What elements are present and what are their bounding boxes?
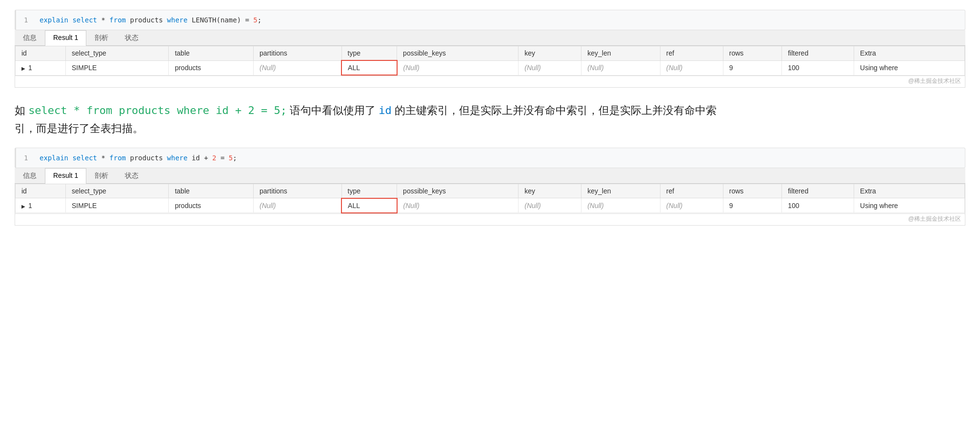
tab-analyze-2[interactable]: 剖析 [86,168,117,183]
code-text-1: explain select * from products where LEN… [40,16,261,24]
value-5-1: 5 [253,16,257,24]
th-filtered-1: filtered [782,46,854,61]
th-key-len-1: key_len [581,46,660,61]
th-type-2: type [341,184,397,198]
td-table-val-2: products [169,198,254,213]
th-rows-2: rows [723,184,781,198]
code-block-2: 1 explain select * from products where i… [15,148,965,168]
para-prefix: 如 [15,104,28,116]
th-select-type-2: select_type [66,184,169,198]
td-filtered-val-2: 100 [782,198,854,213]
code-star: * [97,16,109,24]
th-type-1: type [341,46,397,61]
td-type-val-2: ALL [341,198,397,213]
result-table-1: id select_type table partitions type pos… [15,46,965,76]
result-table-2: id select_type table partitions type pos… [15,184,965,213]
result-table-wrap-1: id select_type table partitions type pos… [15,46,965,76]
table-name-2: products [126,154,167,162]
th-table-2: table [169,184,254,198]
td-rows-val-1: 9 [723,60,781,75]
table-row-2: ▶ 1 SIMPLE products (Null) ALL (Null) (N… [16,198,965,213]
td-select-type-val-2: SIMPLE [66,198,169,213]
th-id-2: id [16,184,66,198]
code-line-1: 1 explain select * from products where L… [24,16,957,24]
td-possible-keys-val-2: (Null) [397,198,519,213]
td-key-len-val-1: (Null) [581,60,660,75]
para-code-1: select * from products where id + 2 = 5; [28,104,287,116]
table-header-row-1: id select_type table partitions type pos… [16,46,965,61]
para-code-2: id [379,104,392,116]
th-ref-1: ref [660,46,723,61]
tab-status-1[interactable]: 状态 [117,30,147,45]
tab-info-2[interactable]: 信息 [15,168,45,183]
code-star-2: * [97,154,109,162]
td-filtered-val-1: 100 [782,60,854,75]
td-key-val-1: (Null) [519,60,581,75]
td-possible-keys-val-1: (Null) [397,60,519,75]
keyword-select-2: select [72,154,97,162]
tabs-1: 信息 Result 1 剖析 状态 [15,30,965,46]
table-name-1: products [126,16,167,24]
tab-result1-1[interactable]: Result 1 [45,30,86,46]
tab-status-2[interactable]: 状态 [117,168,147,183]
td-arrow-1: ▶ 1 [16,60,66,75]
th-filtered-2: filtered [782,184,854,198]
code-block-1: 1 explain select * from products where L… [15,10,965,30]
value-2: 2 [212,154,216,162]
th-possible-keys-1: possible_keys [397,46,519,61]
th-id-1: id [16,46,66,61]
para-middle: 语句中看似使用了 [287,104,379,116]
watermark-1: @稀土掘金技术社区 [15,76,965,88]
td-arrow-2: ▶ 1 [16,198,66,213]
keyword-select: select [72,16,97,24]
th-rows-1: rows [723,46,781,61]
condition-1: LENGTH(name) = [187,16,253,24]
keyword-from: from [109,16,126,24]
td-type-val-1: ALL [341,60,397,75]
th-key-len-2: key_len [581,184,660,198]
table-row-1: ▶ 1 SIMPLE products (Null) ALL (Null) (N… [16,60,965,75]
keyword-from-2: from [109,154,126,162]
semicolon-1: ; [258,16,261,24]
watermark-2: @稀土掘金技术社区 [15,214,965,226]
th-partitions-1: partitions [254,46,342,61]
td-ref-val-2: (Null) [660,198,723,213]
th-ref-2: ref [660,184,723,198]
tabs-2: 信息 Result 1 剖析 状态 [15,168,965,184]
td-extra-val-1: Using where [854,60,965,75]
tab-result1-2[interactable]: Result 1 [45,168,86,184]
td-key-len-val-2: (Null) [581,198,660,213]
keyword-where-2: where [167,154,187,162]
value-5-2: 5 [229,154,233,162]
tab-info-1[interactable]: 信息 [15,30,45,45]
td-table-val-1: products [169,60,254,75]
line-number-2: 1 [24,154,32,162]
th-extra-1: Extra [854,46,965,61]
keyword-explain: explain [40,16,72,24]
th-table-1: table [169,46,254,61]
th-partitions-2: partitions [254,184,342,198]
section-2: 1 explain select * from products where i… [15,148,965,226]
section-1: 1 explain select * from products where L… [15,10,965,88]
td-rows-val-2: 9 [723,198,781,213]
code-text-2: explain select * from products where id … [40,154,237,162]
para-suffix-1: 的主键索引，但是实际上并没有命中索引，但是实际上并没有命中索 [392,104,717,116]
th-key-1: key [519,46,581,61]
explanation-paragraph: 如 select * from products where id + 2 = … [15,101,965,138]
td-key-val-2: (Null) [519,198,581,213]
th-key-2: key [519,184,581,198]
td-ref-val-1: (Null) [660,60,723,75]
td-partitions-val-2: (Null) [254,198,342,213]
th-extra-2: Extra [854,184,965,198]
tab-analyze-1[interactable]: 剖析 [86,30,117,45]
th-possible-keys-2: possible_keys [397,184,519,198]
semicolon-2: ; [233,154,237,162]
condition-id: id + [187,154,212,162]
keyword-explain-2: explain [40,154,72,162]
th-select-type-1: select_type [66,46,169,61]
td-select-type-val-1: SIMPLE [66,60,169,75]
line-number-1: 1 [24,16,32,24]
td-partitions-val-1: (Null) [254,60,342,75]
result-table-wrap-2: id select_type table partitions type pos… [15,184,965,214]
code-line-2: 1 explain select * from products where i… [24,154,957,162]
